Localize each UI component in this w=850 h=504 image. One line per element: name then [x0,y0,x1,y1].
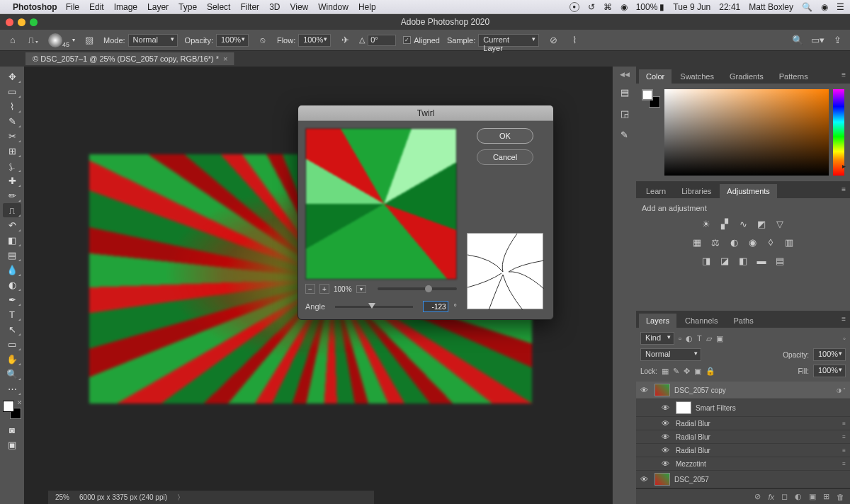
layer-thumb[interactable] [654,384,670,396]
spotlight-icon[interactable]: 🔍 [802,2,812,12]
healing-tool[interactable]: ✚ [3,173,21,188]
shape-tool[interactable]: ▭ [3,337,21,351]
airbrush-icon[interactable]: ✈ [338,33,352,47]
adj-selectivecolor-icon[interactable]: ▤ [774,255,786,268]
eraser-tool[interactable]: ◧ [3,233,21,247]
menubar-user[interactable]: Matt Boxley [749,2,793,12]
zoom-in-button[interactable]: + [319,284,329,294]
lock-position-icon[interactable]: ✥ [684,367,690,376]
edit-toolbar[interactable]: ⋯ [3,382,21,396]
share-icon[interactable]: ⇪ [830,33,844,47]
visibility-icon[interactable]: 👁 [662,433,672,441]
hand-tool[interactable]: ✋ [3,352,21,366]
color-fgbg-swatch[interactable] [642,89,660,108]
pressure-opacity-icon[interactable]: ⍉ [256,33,270,47]
flow-select[interactable]: 100% [298,34,331,47]
fg-swatch[interactable] [3,401,14,412]
menu-layer[interactable]: Layer [147,2,169,12]
tab-layers[interactable]: Layers [639,314,676,328]
menu-file[interactable]: File [66,2,79,12]
brush-preset[interactable]: 45 ▾ [48,33,75,48]
smartobj-icon[interactable]: ◑ ˅ [837,387,846,394]
new-group-icon[interactable]: ▣ [809,492,816,501]
color-field[interactable] [664,89,829,176]
wifi-icon[interactable]: ◉ [620,2,628,12]
angle-value-input[interactable] [423,301,448,312]
tab-color[interactable]: Color [639,69,672,84]
ignore-adj-icon[interactable]: ⊘ [546,33,560,47]
pen-tool[interactable]: ✒ [3,292,21,307]
layer-opacity-select[interactable]: 100% [813,348,846,361]
screenmode-button[interactable]: ▣ [3,437,21,452]
workspace-icon[interactable]: ▭▾ [810,33,824,47]
angle-slider[interactable] [335,306,412,308]
app-name[interactable]: Photoshop [13,2,57,12]
brush-settings-icon[interactable]: ▨ [82,33,96,47]
fg-color-swatch[interactable] [642,89,653,101]
mode-select[interactable]: Normal [128,34,178,47]
blend-mode-select[interactable]: Normal [640,348,701,361]
opacity-select[interactable]: 100% [216,34,249,47]
layer-thumb[interactable] [654,473,670,486]
zoom-dropdown-icon[interactable]: ▾ [356,285,366,293]
marquee-tool[interactable]: ▭ [3,84,21,98]
screenrec-icon[interactable]: ● [570,2,579,12]
swap-colors-icon[interactable]: ⤭ [17,399,22,406]
menu-view[interactable]: View [290,2,308,12]
adj-invert-icon[interactable]: ◨ [700,255,713,268]
lock-pixels-icon[interactable]: ✎ [673,367,679,376]
ok-button[interactable]: OK [477,128,533,144]
zoom-tool[interactable]: 🔍 [3,367,21,381]
visibility-icon[interactable]: 👁 [640,386,650,394]
status-docinfo[interactable]: 6000 px x 3375 px (240 ppi) [79,493,167,501]
layer-mask-icon[interactable]: ◻ [781,492,788,501]
adj-brightness-icon[interactable]: ☀ [700,218,713,231]
adj-channelmixer-icon[interactable]: ◊ [764,236,777,249]
menu-help[interactable]: Help [358,2,376,12]
blur-tool[interactable]: 💧 [3,263,21,277]
visibility-icon[interactable]: 👁 [640,475,650,483]
filter-options-icon[interactable]: ≡ [842,420,846,427]
delete-layer-icon[interactable]: 🗑 [837,493,844,501]
lock-artboard-icon[interactable]: ▣ [694,367,701,376]
adj-colorbalance-icon[interactable]: ⚖ [709,236,722,249]
link-layers-icon[interactable]: ⊘ [754,492,761,501]
filter-type-icon[interactable]: T [697,334,702,343]
lock-transparent-icon[interactable]: ▦ [662,367,669,376]
close-tab-icon[interactable]: × [223,55,227,63]
filter-preview[interactable] [305,128,457,280]
new-layer-icon[interactable]: ⊞ [823,492,829,501]
history-brush-tool[interactable]: ↶ [3,218,21,232]
filter-toggle-icon[interactable]: ◦ [843,334,846,343]
layer-row[interactable]: 👁Smart Filters [636,399,850,417]
frame-tool[interactable]: ⊞ [3,144,21,158]
status-zoom[interactable]: 25% [55,493,69,501]
gradient-tool[interactable]: ▤ [3,248,21,262]
quick-select-tool[interactable]: ✎ [3,114,21,128]
crop-tool[interactable]: ✂ [3,129,21,143]
layer-row[interactable]: 👁DSC_2057 [636,471,850,488]
lock-all-icon[interactable]: 🔒 [706,367,715,376]
layer-filter-kind[interactable]: Kind [640,332,674,345]
mask-thumb[interactable] [676,401,691,414]
tab-libraries[interactable]: Libraries [674,184,718,198]
layer-row[interactable]: 👁Mezzotint≡ [636,457,850,471]
adj-hue-icon[interactable]: ▦ [691,236,703,249]
visibility-icon[interactable]: 👁 [662,403,672,412]
zoom-out-button[interactable]: − [305,284,315,294]
filter-options-icon[interactable]: ≡ [842,447,846,454]
window-close-button[interactable] [6,18,13,26]
path-select-tool[interactable]: ↖ [3,322,21,336]
tab-channels[interactable]: Channels [678,314,725,328]
tab-learn[interactable]: Learn [639,184,673,198]
filter-adjust-icon[interactable]: ◐ [686,334,693,343]
layer-row[interactable]: 👁Radial Blur≡ [636,417,850,430]
menu-window[interactable]: Window [318,2,348,12]
type-tool[interactable]: T [3,307,21,321]
adj-photofilter-icon[interactable]: ◉ [746,236,759,249]
menu-image[interactable]: Image [114,2,137,12]
tab-patterns[interactable]: Patterns [772,69,815,84]
adj-exposure-icon[interactable]: ◩ [755,218,768,231]
window-zoom-button[interactable] [30,18,38,26]
timemachine-icon[interactable]: ↺ [588,2,595,12]
